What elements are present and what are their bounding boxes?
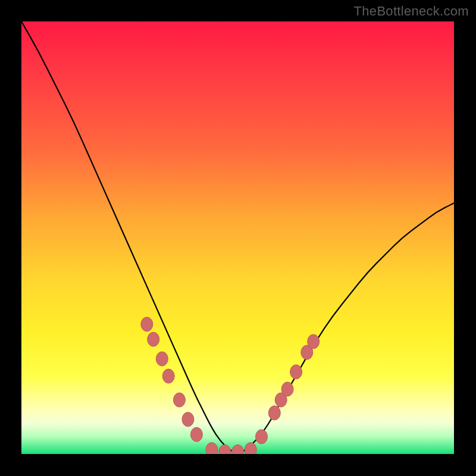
curve-marker [268, 406, 280, 420]
curve-marker [182, 412, 194, 427]
curve-marker [148, 332, 159, 346]
curve-marker [173, 393, 185, 407]
curve-marker [308, 334, 320, 349]
curve-marker [206, 443, 218, 454]
curve-marker [190, 427, 202, 441]
curve-marker [245, 443, 256, 454]
curve-marker [162, 369, 174, 383]
curve-markers [21, 21, 454, 454]
curve-marker [290, 365, 302, 379]
curve-marker [232, 444, 244, 454]
curve-marker [156, 352, 168, 366]
chart-frame: TheBottleneck.com [0, 0, 476, 476]
attribution-text: TheBottleneck.com [354, 4, 469, 19]
curve-marker [256, 430, 268, 444]
curve-marker [141, 317, 153, 331]
plot-area [21, 21, 454, 454]
curve-marker [281, 382, 293, 396]
curve-marker [219, 444, 231, 454]
